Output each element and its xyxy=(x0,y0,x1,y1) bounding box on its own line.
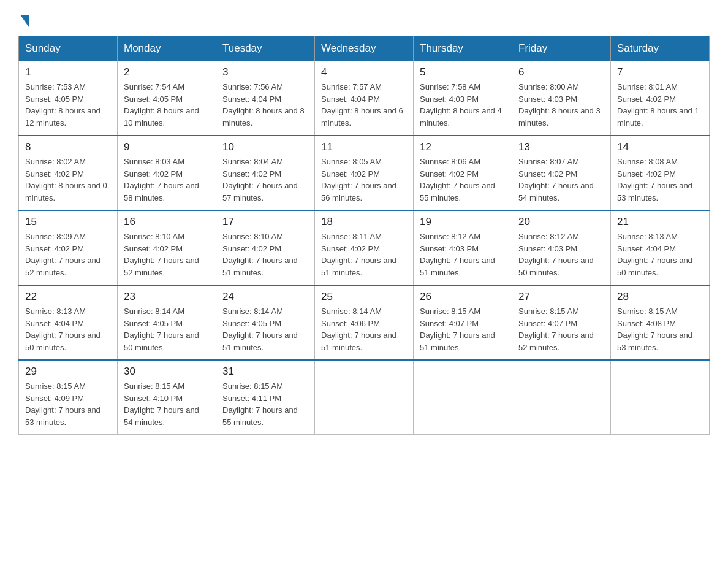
calendar-cell: 22 Sunrise: 8:13 AM Sunset: 4:04 PM Dayl… xyxy=(19,285,118,360)
day-number: 22 xyxy=(25,291,111,303)
day-info: Sunrise: 8:09 AM Sunset: 4:02 PM Dayligh… xyxy=(25,231,111,278)
calendar-cell xyxy=(414,360,512,435)
day-info: Sunrise: 8:05 AM Sunset: 4:02 PM Dayligh… xyxy=(321,156,407,204)
calendar-week-row: 8 Sunrise: 8:02 AM Sunset: 4:02 PM Dayli… xyxy=(19,136,710,210)
day-number: 20 xyxy=(518,216,604,228)
day-number: 3 xyxy=(222,66,308,79)
calendar-cell: 10 Sunrise: 8:04 AM Sunset: 4:02 PM Dayl… xyxy=(216,136,315,210)
day-number: 27 xyxy=(518,291,604,303)
calendar-cell: 15 Sunrise: 8:09 AM Sunset: 4:02 PM Dayl… xyxy=(19,210,118,285)
day-number: 4 xyxy=(321,66,407,79)
day-info: Sunrise: 8:11 AM Sunset: 4:02 PM Dayligh… xyxy=(321,231,407,278)
calendar-table: SundayMondayTuesdayWednesdayThursdayFrid… xyxy=(18,36,710,435)
day-number: 17 xyxy=(222,216,308,228)
day-number: 30 xyxy=(124,366,210,378)
calendar-cell: 9 Sunrise: 8:03 AM Sunset: 4:02 PM Dayli… xyxy=(118,136,216,210)
day-number: 28 xyxy=(617,291,703,303)
day-info: Sunrise: 8:14 AM Sunset: 4:05 PM Dayligh… xyxy=(124,305,210,353)
day-number: 31 xyxy=(222,366,308,378)
day-info: Sunrise: 8:14 AM Sunset: 4:05 PM Dayligh… xyxy=(222,305,308,353)
day-number: 5 xyxy=(420,66,506,79)
calendar-cell: 7 Sunrise: 8:01 AM Sunset: 4:02 PM Dayli… xyxy=(611,61,710,136)
calendar-week-row: 29 Sunrise: 8:15 AM Sunset: 4:09 PM Dayl… xyxy=(19,360,710,435)
calendar-week-row: 15 Sunrise: 8:09 AM Sunset: 4:02 PM Dayl… xyxy=(19,210,710,285)
day-number: 18 xyxy=(321,216,407,228)
calendar-cell: 29 Sunrise: 8:15 AM Sunset: 4:09 PM Dayl… xyxy=(19,360,118,435)
day-info: Sunrise: 7:58 AM Sunset: 4:03 PM Dayligh… xyxy=(420,81,506,129)
calendar-cell xyxy=(611,360,710,435)
calendar-cell: 17 Sunrise: 8:10 AM Sunset: 4:02 PM Dayl… xyxy=(216,210,315,285)
day-info: Sunrise: 8:13 AM Sunset: 4:04 PM Dayligh… xyxy=(617,231,703,278)
day-info: Sunrise: 7:53 AM Sunset: 4:05 PM Dayligh… xyxy=(25,81,111,129)
calendar-cell: 16 Sunrise: 8:10 AM Sunset: 4:02 PM Dayl… xyxy=(118,210,216,285)
calendar-cell: 11 Sunrise: 8:05 AM Sunset: 4:02 PM Dayl… xyxy=(315,136,414,210)
calendar-cell: 5 Sunrise: 7:58 AM Sunset: 4:03 PM Dayli… xyxy=(414,61,512,136)
day-info: Sunrise: 8:00 AM Sunset: 4:03 PM Dayligh… xyxy=(518,81,604,129)
calendar-cell: 25 Sunrise: 8:14 AM Sunset: 4:06 PM Dayl… xyxy=(315,285,414,360)
column-header-monday: Monday xyxy=(118,36,216,61)
calendar-cell xyxy=(315,360,414,435)
calendar-cell: 18 Sunrise: 8:11 AM Sunset: 4:02 PM Dayl… xyxy=(315,210,414,285)
day-number: 6 xyxy=(518,66,604,79)
calendar-cell: 23 Sunrise: 8:14 AM Sunset: 4:05 PM Dayl… xyxy=(118,285,216,360)
calendar-cell: 4 Sunrise: 7:57 AM Sunset: 4:04 PM Dayli… xyxy=(315,61,414,136)
day-info: Sunrise: 8:13 AM Sunset: 4:04 PM Dayligh… xyxy=(25,305,111,353)
day-info: Sunrise: 8:15 AM Sunset: 4:07 PM Dayligh… xyxy=(518,305,604,353)
day-number: 21 xyxy=(617,216,703,228)
day-number: 23 xyxy=(124,291,210,303)
day-info: Sunrise: 7:54 AM Sunset: 4:05 PM Dayligh… xyxy=(124,81,210,129)
day-info: Sunrise: 8:15 AM Sunset: 4:09 PM Dayligh… xyxy=(25,380,111,428)
day-number: 19 xyxy=(420,216,506,228)
calendar-cell: 20 Sunrise: 8:12 AM Sunset: 4:03 PM Dayl… xyxy=(512,210,611,285)
calendar-week-row: 22 Sunrise: 8:13 AM Sunset: 4:04 PM Dayl… xyxy=(19,285,710,360)
column-header-wednesday: Wednesday xyxy=(315,36,414,61)
day-info: Sunrise: 8:02 AM Sunset: 4:02 PM Dayligh… xyxy=(25,156,111,204)
day-info: Sunrise: 8:10 AM Sunset: 4:02 PM Dayligh… xyxy=(124,231,210,278)
day-info: Sunrise: 8:12 AM Sunset: 4:03 PM Dayligh… xyxy=(420,231,506,278)
calendar-cell: 30 Sunrise: 8:15 AM Sunset: 4:10 PM Dayl… xyxy=(118,360,216,435)
logo-arrow-icon xyxy=(20,15,29,27)
calendar-cell: 24 Sunrise: 8:14 AM Sunset: 4:05 PM Dayl… xyxy=(216,285,315,360)
day-number: 7 xyxy=(617,66,703,79)
day-info: Sunrise: 8:03 AM Sunset: 4:02 PM Dayligh… xyxy=(124,156,210,204)
calendar-cell: 6 Sunrise: 8:00 AM Sunset: 4:03 PM Dayli… xyxy=(512,61,611,136)
day-number: 9 xyxy=(124,141,210,153)
calendar-cell: 14 Sunrise: 8:08 AM Sunset: 4:02 PM Dayl… xyxy=(611,136,710,210)
day-number: 11 xyxy=(321,141,407,153)
column-header-saturday: Saturday xyxy=(611,36,710,61)
calendar-week-row: 1 Sunrise: 7:53 AM Sunset: 4:05 PM Dayli… xyxy=(19,61,710,136)
logo xyxy=(18,12,29,25)
day-info: Sunrise: 8:08 AM Sunset: 4:02 PM Dayligh… xyxy=(617,156,703,204)
day-number: 12 xyxy=(420,141,506,153)
day-number: 14 xyxy=(617,141,703,153)
day-info: Sunrise: 8:15 AM Sunset: 4:11 PM Dayligh… xyxy=(222,380,308,428)
day-number: 25 xyxy=(321,291,407,303)
day-number: 29 xyxy=(25,366,111,378)
day-number: 13 xyxy=(518,141,604,153)
day-number: 15 xyxy=(25,216,111,228)
calendar-cell: 3 Sunrise: 7:56 AM Sunset: 4:04 PM Dayli… xyxy=(216,61,315,136)
column-header-sunday: Sunday xyxy=(19,36,118,61)
calendar-cell: 13 Sunrise: 8:07 AM Sunset: 4:02 PM Dayl… xyxy=(512,136,611,210)
day-number: 26 xyxy=(420,291,506,303)
day-number: 8 xyxy=(25,141,111,153)
day-info: Sunrise: 7:56 AM Sunset: 4:04 PM Dayligh… xyxy=(222,81,308,129)
calendar-cell: 12 Sunrise: 8:06 AM Sunset: 4:02 PM Dayl… xyxy=(414,136,512,210)
calendar-cell: 26 Sunrise: 8:15 AM Sunset: 4:07 PM Dayl… xyxy=(414,285,512,360)
day-number: 10 xyxy=(222,141,308,153)
day-info: Sunrise: 8:12 AM Sunset: 4:03 PM Dayligh… xyxy=(518,231,604,278)
calendar-cell: 31 Sunrise: 8:15 AM Sunset: 4:11 PM Dayl… xyxy=(216,360,315,435)
page-header xyxy=(18,12,710,25)
day-info: Sunrise: 8:14 AM Sunset: 4:06 PM Dayligh… xyxy=(321,305,407,353)
day-info: Sunrise: 8:10 AM Sunset: 4:02 PM Dayligh… xyxy=(222,231,308,278)
calendar-header-row: SundayMondayTuesdayWednesdayThursdayFrid… xyxy=(19,36,710,61)
column-header-friday: Friday xyxy=(512,36,611,61)
column-header-tuesday: Tuesday xyxy=(216,36,315,61)
calendar-cell: 19 Sunrise: 8:12 AM Sunset: 4:03 PM Dayl… xyxy=(414,210,512,285)
day-info: Sunrise: 8:15 AM Sunset: 4:10 PM Dayligh… xyxy=(124,380,210,428)
day-info: Sunrise: 8:15 AM Sunset: 4:08 PM Dayligh… xyxy=(617,305,703,353)
day-number: 1 xyxy=(25,66,111,79)
column-header-thursday: Thursday xyxy=(414,36,512,61)
calendar-cell: 28 Sunrise: 8:15 AM Sunset: 4:08 PM Dayl… xyxy=(611,285,710,360)
calendar-cell: 1 Sunrise: 7:53 AM Sunset: 4:05 PM Dayli… xyxy=(19,61,118,136)
